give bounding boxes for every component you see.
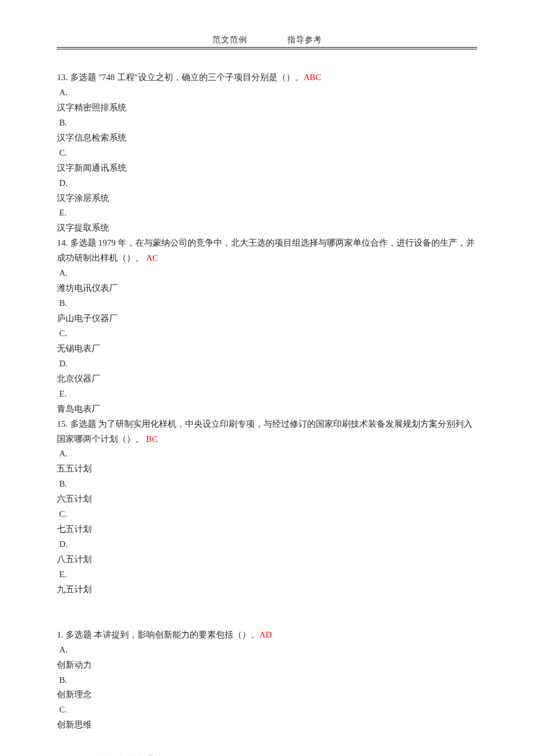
option-text: 北京仪器厂: [57, 372, 477, 387]
option-label: B.: [57, 116, 67, 131]
option-text: 无锡电表厂: [57, 341, 477, 357]
header-left: 范文范例: [212, 35, 247, 44]
option-label: C.: [57, 507, 67, 522]
option-label: C.: [57, 146, 67, 161]
option-text: 九五计划: [57, 582, 477, 597]
question-block: 1. 多选题 本讲提到，影响创新能力的要素包括（）。AD A. 创新动力 B. …: [57, 628, 477, 733]
option-label: E.: [57, 387, 67, 402]
option-text: 创新思维: [57, 718, 477, 733]
question-answer: BC: [146, 434, 158, 444]
blank-line: [57, 613, 477, 628]
document-page: 范文范例 指导参考 13. 多选题 "748 工程"设立之初，确立的三个子项目分…: [0, 0, 534, 756]
option-text: 创新动力: [57, 658, 477, 673]
question-type: 多选题: [70, 419, 96, 429]
question-number: 14.: [57, 238, 68, 247]
option-text: 六五计划: [57, 492, 477, 507]
question-type: 多选题: [66, 630, 92, 639]
question-stem: 1979 年，在与蒙纳公司的竞争中，北大王选的项目组选择与哪两家单位合作，进行设…: [57, 238, 475, 262]
option-text: 创新理念: [57, 687, 477, 703]
option-label: D.: [57, 176, 68, 191]
option-label: B.: [57, 296, 67, 311]
option-text: 七五计划: [57, 522, 477, 537]
question-block: 15. 多选题 为了研制实用化样机，中央设立印刷专项，与经过修订的国家印刷技术装…: [57, 417, 477, 597]
option-label: B.: [57, 673, 67, 688]
option-text: 汉字涂层系统: [57, 191, 477, 206]
option-label: A.: [57, 266, 68, 281]
question-block: 13. 多选题 "748 工程"设立之初，确立的三个子项目分别是（）。ABC A…: [57, 70, 477, 236]
option-text: 汉字新闻通讯系统: [57, 161, 477, 176]
option-text: 庐山电子仪器厂: [57, 311, 477, 326]
option-text: 青岛电表厂: [57, 402, 477, 417]
header-rule-inner: [57, 49, 477, 49]
question-answer: AD: [259, 630, 272, 639]
option-label: C.: [57, 326, 67, 341]
question-answer: AC: [146, 253, 158, 262]
option-label: A.: [57, 85, 68, 100]
option-label: C.: [57, 703, 67, 718]
option-text: 潍坊电讯仪表厂: [57, 281, 477, 296]
question-type: 多选题: [70, 73, 96, 82]
blank-line: [57, 597, 477, 613]
question-answer: ABC: [304, 73, 322, 82]
header-right: 指导参考: [287, 35, 322, 44]
question-stem: 为了研制实用化样机，中央设立印刷专项，与经过修订的国家印刷技术装备发展规划方案分…: [57, 419, 472, 444]
option-label: A.: [57, 643, 68, 658]
question-type: 多选题: [70, 238, 96, 247]
option-text: 八五计划: [57, 552, 477, 567]
question-block: 14. 多选题 1979 年，在与蒙纳公司的竞争中，北大王选的项目组选择与哪两家…: [57, 236, 477, 416]
question-number: 15.: [57, 419, 68, 429]
option-text: 汉字精密照排系统: [57, 100, 477, 116]
question-number: 1.: [57, 630, 63, 639]
question-stem: "748 工程"设立之初，确立的三个子项目分别是（）。: [98, 73, 304, 82]
header-rule-outer: [57, 47, 477, 48]
option-label: E.: [57, 567, 67, 582]
option-label: B.: [57, 477, 67, 492]
option-label: D.: [57, 357, 68, 372]
question-stem: 本讲提到，影响创新能力的要素包括（）。: [94, 630, 259, 639]
option-label: A.: [57, 447, 68, 462]
page-header: 范文范例 指导参考: [57, 35, 477, 53]
content-body: 13. 多选题 "748 工程"设立之初，确立的三个子项目分别是（）。ABC A…: [57, 70, 477, 733]
option-text: 汉字提取系统: [57, 221, 477, 236]
option-text: 汉字信息检索系统: [57, 131, 477, 146]
question-number: 13.: [57, 73, 68, 82]
option-label: E.: [57, 206, 67, 221]
option-text: 五五计划: [57, 462, 477, 477]
option-label: D.: [57, 537, 68, 552]
